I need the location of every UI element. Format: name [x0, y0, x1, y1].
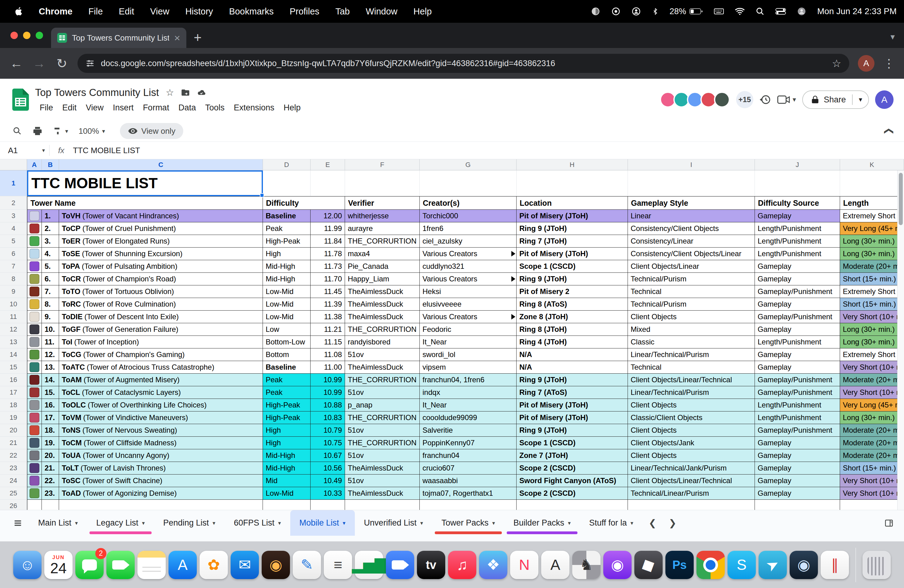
wifi-icon[interactable]: [735, 6, 745, 16]
menu-edit[interactable]: Edit: [111, 6, 142, 17]
minimize-window-button[interactable]: [23, 32, 30, 39]
cell-a1-sheet-title[interactable]: TTC MOBILE LIST: [27, 171, 263, 196]
sheet-tab-legacy-list[interactable]: Legacy List▾: [87, 510, 154, 536]
location-cell[interactable]: Ring 4 (JToH): [517, 336, 628, 348]
sheets-logo[interactable]: [12, 89, 29, 111]
rating-cell[interactable]: 11.00: [311, 361, 345, 374]
verifier-cell[interactable]: 51ov: [345, 348, 420, 361]
menu-chrome[interactable]: Chrome: [31, 6, 81, 17]
rating-cell[interactable]: 10.49: [311, 474, 345, 487]
creators-cell[interactable]: Torchic000: [420, 210, 517, 222]
creators-cell[interactable]: Various Creators: [420, 248, 517, 260]
rating-cell[interactable]: 10.75: [311, 437, 345, 449]
location-cell[interactable]: Ring 9 (JToH): [517, 222, 628, 235]
verifier-cell[interactable]: THE_CORRURTION: [345, 235, 420, 248]
creators-cell[interactable]: Feodoric: [420, 323, 517, 336]
name-box[interactable]: A1 ▾: [0, 146, 49, 155]
source-cell[interactable]: Gameplay/Punishment: [755, 386, 840, 399]
source-cell[interactable]: Gameplay: [755, 462, 840, 474]
apple-menu-icon[interactable]: [7, 6, 31, 17]
battery-indicator[interactable]: 28%: [670, 6, 703, 16]
verifier-cell[interactable]: 51ov: [345, 449, 420, 462]
creators-cell[interactable]: It_Near: [420, 336, 517, 348]
sheet-tab-dropdown-icon[interactable]: ▾: [278, 520, 281, 526]
row-header-6[interactable]: 6: [0, 248, 27, 260]
rank-cell[interactable]: 2.: [42, 222, 59, 235]
source-cell[interactable]: Gameplay/Punishment: [755, 311, 840, 323]
header-gameplay-style[interactable]: Gameplay Style: [628, 196, 755, 210]
style-cell[interactable]: Linear: [628, 210, 755, 222]
rating-cell[interactable]: 11.39: [311, 298, 345, 311]
difficulty-cell[interactable]: Low-Mid: [263, 285, 311, 298]
header-location[interactable]: Location: [517, 196, 628, 210]
source-cell[interactable]: Length/Punishment: [755, 399, 840, 411]
source-cell[interactable]: Gameplay: [755, 298, 840, 311]
location-cell[interactable]: Pit of Misery (JToH): [517, 248, 628, 260]
col-header-A[interactable]: A: [27, 159, 42, 171]
back-button[interactable]: ←: [9, 56, 24, 71]
cell-row26-empty[interactable]: [517, 500, 628, 510]
menu-bar-clock[interactable]: Mon Jun 24 2:33 PM: [817, 6, 897, 16]
row-header-1[interactable]: 1: [0, 171, 27, 196]
source-cell[interactable]: Gameplay/Punishment: [755, 424, 840, 437]
location-cell[interactable]: Ring 7 (JToH): [517, 235, 628, 248]
style-cell[interactable]: Mixed: [628, 323, 755, 336]
verifier-cell[interactable]: Happy_Liam: [345, 273, 420, 285]
sheets-menu-tools[interactable]: Tools: [201, 101, 229, 114]
scroll-tabs-right-icon[interactable]: ❯: [663, 518, 683, 528]
verifier-cell[interactable]: Pie_Canada: [345, 260, 420, 273]
sheets-menu-view[interactable]: View: [81, 101, 108, 114]
col-header-E[interactable]: E: [311, 159, 345, 171]
sheets-menu-edit[interactable]: Edit: [58, 101, 82, 114]
sheets-menu-insert[interactable]: Insert: [108, 101, 138, 114]
verifier-cell[interactable]: TheAimlessDuck: [345, 462, 420, 474]
verifier-cell[interactable]: whitherjesse: [345, 210, 420, 222]
creators-cell[interactable]: Heksi: [420, 285, 517, 298]
dock-podcasts-icon[interactable]: ◉: [603, 551, 632, 579]
verifier-cell[interactable]: 51ov: [345, 474, 420, 487]
tower-name-cell[interactable]: ToSC(Tower of Swift Chacine): [59, 474, 263, 487]
bluetooth-icon[interactable]: [652, 6, 659, 16]
row-header-2[interactable]: 2: [0, 196, 27, 210]
length-cell[interactable]: Long (30+ min.): [840, 336, 904, 348]
rating-cell[interactable]: 10.67: [311, 449, 345, 462]
sheet-tab-60fps-list[interactable]: 60FPS List▾: [224, 510, 290, 536]
row-header-11[interactable]: 11: [0, 311, 27, 323]
length-cell[interactable]: Extremely Short: [840, 210, 904, 222]
tower-icon-cell[interactable]: [27, 311, 42, 323]
tower-icon-cell[interactable]: [27, 336, 42, 348]
dock-shortcuts-icon[interactable]: ❖: [479, 551, 507, 579]
dock-photos-icon[interactable]: ✿: [199, 551, 228, 579]
style-cell[interactable]: Client Objects: [628, 311, 755, 323]
sheet-tab-dropdown-icon[interactable]: ▾: [212, 520, 215, 526]
tower-name-cell[interactable]: ToDIE(Tower of Descent Into Exile): [59, 311, 263, 323]
style-cell[interactable]: Consistency/Client Objects/Linear: [628, 248, 755, 260]
cell-row1-empty[interactable]: [755, 171, 840, 196]
spotlight-search-icon[interactable]: [756, 6, 764, 16]
rank-cell[interactable]: 18.: [42, 424, 59, 437]
difficulty-cell[interactable]: Bottom: [263, 348, 311, 361]
row-header-17[interactable]: 17: [0, 386, 27, 399]
cell-row26-empty[interactable]: [345, 500, 420, 510]
sheet-tab-unverified-list[interactable]: Unverified List▾: [355, 510, 432, 536]
dock-music-icon[interactable]: ♫: [448, 551, 476, 579]
cloud-saved-icon[interactable]: [197, 88, 206, 97]
rank-cell[interactable]: 19.: [42, 437, 59, 449]
sheet-tab-dropdown-icon[interactable]: ▾: [420, 520, 423, 526]
menu-bookmarks[interactable]: Bookmarks: [221, 6, 282, 17]
header-length[interactable]: Length: [840, 196, 904, 210]
menus-search-icon[interactable]: [12, 126, 22, 136]
dock-finder-icon[interactable]: ☺: [13, 551, 41, 579]
style-cell[interactable]: Technical/Linear/Purism: [628, 487, 755, 500]
row-header-16[interactable]: 16: [0, 374, 27, 386]
tower-icon-cell[interactable]: [27, 487, 42, 500]
rank-cell[interactable]: 10.: [42, 323, 59, 336]
meet-dropdown-icon[interactable]: ▾: [793, 96, 796, 104]
sheet-tab-dropdown-icon[interactable]: ▾: [343, 520, 346, 526]
dock-news-icon[interactable]: N: [510, 551, 538, 579]
style-cell[interactable]: Technical/Purism: [628, 273, 755, 285]
location-cell[interactable]: Ring 8 (JToH): [517, 323, 628, 336]
difficulty-cell[interactable]: Low-Mid: [263, 298, 311, 311]
view-only-badge[interactable]: View only: [120, 123, 183, 139]
difficulty-cell[interactable]: Peak: [263, 374, 311, 386]
